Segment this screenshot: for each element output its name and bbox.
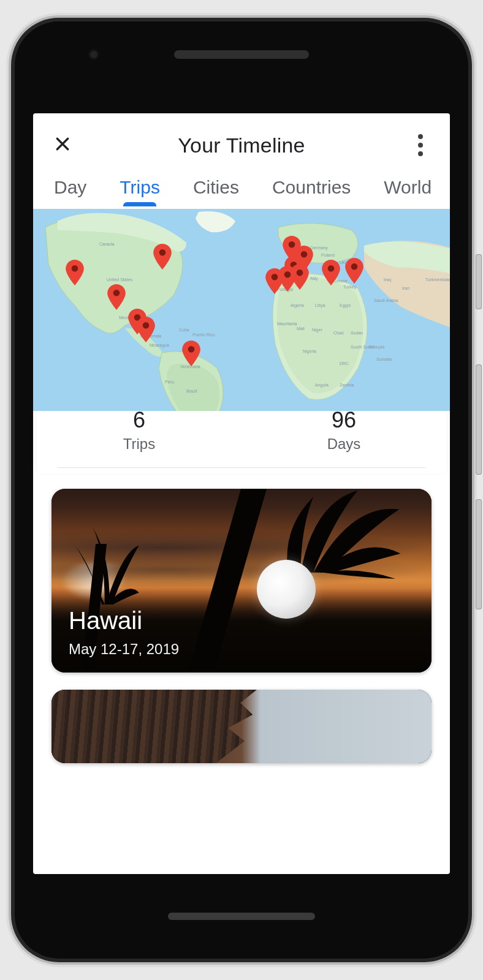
svg-text:Iraq: Iraq — [384, 277, 391, 282]
trip-card-date: May 12-17, 2019 — [69, 641, 414, 658]
svg-text:Saudi Arabia: Saudi Arabia — [374, 298, 398, 303]
svg-text:Italy: Italy — [310, 276, 318, 281]
tab-trips[interactable]: Trips — [120, 177, 160, 205]
svg-point-50 — [301, 251, 308, 258]
tab-day[interactable]: Day — [54, 177, 86, 205]
map-pin-icon[interactable] — [107, 284, 126, 310]
trip-card-next[interactable] — [51, 690, 432, 763]
timeline-tabs: Day Trips Cities Countries World — [33, 177, 450, 209]
svg-text:Brazil: Brazil — [186, 389, 197, 393]
svg-point-52 — [351, 263, 357, 270]
trip-card-image — [51, 690, 432, 763]
svg-point-47 — [272, 273, 278, 280]
phone-bottom-bar — [15, 874, 468, 959]
phone-frame: Your Timeline Day Trips Cities Countries… — [15, 21, 468, 959]
phone-screen: Your Timeline Day Trips Cities Countries… — [33, 113, 450, 874]
phone-speaker — [174, 50, 309, 59]
svg-text:Egypt: Egypt — [340, 303, 351, 308]
world-map[interactable]: Canada United States Mexico Guatemala Ni… — [33, 209, 450, 411]
svg-text:Ethiopia: Ethiopia — [369, 345, 384, 350]
map-illustration: Canada United States Mexico Guatemala Ni… — [33, 209, 450, 411]
tab-cities[interactable]: Cities — [193, 177, 239, 205]
page-background: Your Timeline Day Trips Cities Countries… — [0, 0, 483, 980]
hw-button-vol-up — [476, 364, 482, 475]
svg-text:Algeria: Algeria — [291, 303, 304, 308]
svg-text:Puerto Rico: Puerto Rico — [192, 333, 215, 337]
svg-text:Cuba: Cuba — [179, 328, 189, 332]
svg-point-43 — [159, 249, 165, 256]
svg-point-45 — [288, 241, 295, 248]
svg-text:Iran: Iran — [402, 286, 409, 290]
map-pin-icon[interactable] — [153, 244, 172, 270]
map-pin-icon[interactable] — [295, 246, 313, 271]
stat-days-label: Days — [242, 435, 446, 453]
svg-text:DRC: DRC — [340, 361, 349, 366]
map-pin-icon[interactable] — [322, 260, 340, 285]
page-title: Your Timeline — [178, 134, 305, 157]
close-icon — [53, 135, 72, 156]
map-pin-icon[interactable] — [345, 258, 363, 284]
svg-text:Mali: Mali — [297, 326, 305, 331]
svg-text:Angola: Angola — [315, 383, 329, 388]
trip-card-overlay: Hawaii May 12-17, 2019 — [51, 594, 432, 673]
svg-text:Chad: Chad — [333, 331, 344, 335]
overflow-menu-button[interactable] — [409, 132, 432, 159]
kebab-icon — [418, 151, 423, 156]
tab-countries[interactable]: Countries — [272, 177, 351, 205]
svg-text:Libya: Libya — [315, 303, 325, 308]
tab-world[interactable]: World — [384, 177, 432, 205]
stat-trips-value: 6 — [37, 407, 242, 433]
svg-point-42 — [142, 322, 149, 329]
svg-text:Niger: Niger — [312, 328, 322, 333]
stat-days-value: 96 — [242, 407, 446, 433]
svg-text:Mauritania: Mauritania — [277, 322, 297, 326]
svg-text:United States: United States — [107, 277, 133, 282]
map-pin-icon[interactable] — [137, 317, 155, 342]
svg-text:Turkey: Turkey — [343, 285, 357, 290]
front-camera — [88, 49, 99, 60]
svg-point-39 — [72, 265, 78, 272]
svg-text:Turkmenistan: Turkmenistan — [425, 277, 450, 282]
svg-text:Peru: Peru — [165, 380, 174, 384]
svg-text:Somalia: Somalia — [376, 357, 392, 361]
stat-trips-label: Trips — [37, 435, 242, 453]
app-header: Your Timeline — [33, 113, 450, 177]
stat-days: 96 Days — [242, 407, 446, 453]
svg-text:Nigeria: Nigeria — [303, 349, 316, 354]
hw-button-power — [476, 254, 482, 309]
kebab-icon — [418, 134, 423, 139]
kebab-icon — [418, 143, 423, 148]
trip-card-hawaii[interactable]: Hawaii May 12-17, 2019 — [51, 489, 432, 673]
svg-point-51 — [328, 265, 335, 272]
stats-divider — [58, 467, 425, 468]
close-button[interactable] — [49, 132, 76, 159]
svg-text:Poland: Poland — [321, 253, 335, 257]
svg-point-44 — [188, 346, 195, 353]
trip-card-list[interactable]: Hawaii May 12-17, 2019 — [33, 473, 450, 874]
map-pin-icon[interactable] — [182, 341, 200, 366]
svg-text:Sudan: Sudan — [351, 331, 363, 335]
stat-trips: 6 Trips — [37, 407, 242, 453]
hw-button-vol-down — [476, 499, 482, 609]
svg-point-40 — [113, 290, 120, 296]
svg-point-48 — [284, 271, 291, 278]
map-pin-icon[interactable] — [66, 260, 84, 285]
svg-text:Canada: Canada — [99, 242, 115, 246]
svg-text:Nicaragua: Nicaragua — [150, 343, 169, 348]
phone-top-bar — [15, 21, 468, 88]
svg-text:Zambia: Zambia — [340, 383, 354, 387]
home-indicator — [168, 913, 315, 920]
trip-card-title: Hawaii — [69, 607, 414, 635]
